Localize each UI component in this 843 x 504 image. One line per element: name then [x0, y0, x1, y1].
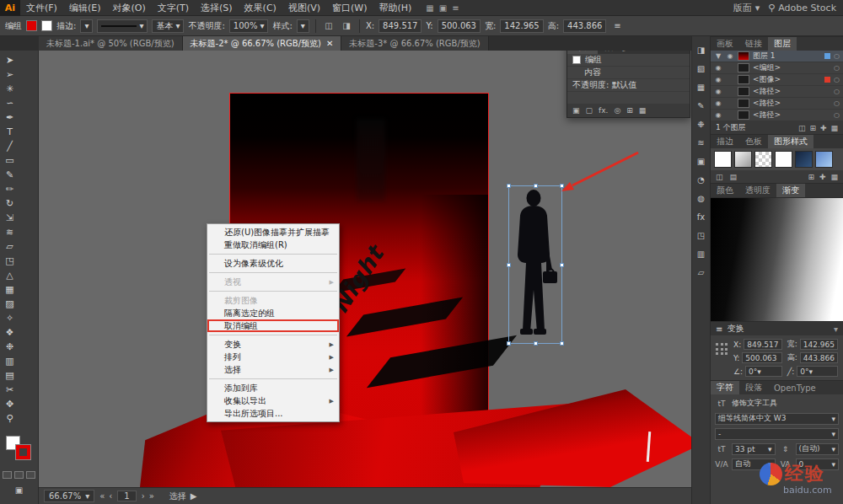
- layer-row[interactable]: ◉ <图像> ○: [711, 74, 843, 86]
- tab-graphic-styles[interactable]: 图形样式: [768, 135, 813, 148]
- eyedropper-tool[interactable]: ✧: [0, 311, 19, 325]
- stroke-panel-icon[interactable]: ≋: [694, 137, 709, 149]
- layer-row[interactable]: ◉ <编组> ○: [711, 62, 843, 74]
- context-menu-item-undo[interactable]: 还原(U)图像描摹并扩展描摹: [207, 226, 339, 239]
- column-graph-tool[interactable]: ▥: [0, 354, 19, 368]
- x-input[interactable]: 849.517: [379, 19, 422, 33]
- context-menu-item-select[interactable]: 选择▶: [207, 363, 339, 376]
- visibility-eye-icon[interactable]: ◉: [714, 76, 722, 83]
- shape-builder-tool[interactable]: ◳: [0, 254, 19, 268]
- transform-y-input[interactable]: 500.063: [742, 352, 781, 363]
- swatches-panel-icon[interactable]: ▦: [694, 81, 709, 94]
- shape-builder-panel-icon[interactable]: ◳: [694, 229, 709, 242]
- menu-window[interactable]: 窗口(W): [326, 0, 373, 15]
- chevron-down-icon[interactable]: ▾: [834, 324, 838, 334]
- target-circle-icon[interactable]: ○: [834, 111, 840, 119]
- perspective-grid-tool[interactable]: △: [0, 268, 19, 282]
- context-menu-item-redo[interactable]: 重做取消编组(R): [207, 239, 339, 251]
- menu-select[interactable]: 选择(S): [195, 0, 239, 15]
- make-mask-icon[interactable]: ◫: [798, 124, 806, 132]
- delete-style-icon[interactable]: ▦: [830, 173, 838, 181]
- menu-effect[interactable]: 效果(C): [239, 0, 282, 15]
- document-layout-icon[interactable]: ▣: [439, 3, 447, 13]
- document-tab-3[interactable]: 未标题-3* @ 66.67% (RGB/预览): [341, 36, 488, 51]
- transform-width-input[interactable]: 142.965: [800, 339, 838, 350]
- expand-icon[interactable]: ▼: [714, 52, 722, 60]
- next-artboard-icon[interactable]: ›: [142, 491, 145, 501]
- selection-handle[interactable]: [507, 184, 511, 188]
- screen-mode-button[interactable]: ▣: [0, 485, 38, 495]
- new-fill-icon[interactable]: ▢: [586, 106, 593, 115]
- zoom-level-dropdown[interactable]: 66.67% ▾: [44, 490, 94, 502]
- context-menu-item-transform[interactable]: 变换▶: [207, 338, 339, 351]
- gradient-preview[interactable]: [711, 197, 843, 322]
- visibility-eye-icon[interactable]: ◉: [714, 88, 722, 95]
- appearance-row-contents[interactable]: 内容: [567, 67, 690, 79]
- appearance-row-group[interactable]: 编组: [567, 54, 690, 67]
- tab-character[interactable]: 字符: [711, 381, 739, 394]
- blend-panel-icon[interactable]: ◍: [694, 192, 709, 205]
- visibility-eye-icon[interactable]: ◉: [714, 111, 722, 119]
- transform-height-input[interactable]: 443.866: [800, 352, 838, 363]
- selection-handle[interactable]: [560, 184, 564, 188]
- selection-handle[interactable]: [560, 341, 564, 346]
- variable-width-dropdown[interactable]: 基本▾: [152, 19, 184, 33]
- graphic-style-swatch[interactable]: [815, 151, 833, 168]
- stroke-color-swatch[interactable]: [41, 20, 52, 31]
- layer-row[interactable]: ◉ <路径> ○: [711, 110, 843, 121]
- style-dropdown[interactable]: ▾: [297, 19, 309, 33]
- gradient-tool[interactable]: ▨: [0, 297, 19, 311]
- selection-handle[interactable]: [507, 341, 511, 346]
- font-size-select[interactable]: 33 pt▾: [732, 443, 776, 455]
- graph-panel-icon[interactable]: ▥: [694, 248, 709, 260]
- menu-type[interactable]: 文字(T): [152, 0, 195, 15]
- distribute-icon[interactable]: ◨: [340, 19, 353, 32]
- color-guide-panel-icon[interactable]: ▧: [694, 62, 709, 75]
- hand-tool[interactable]: ✥: [0, 397, 19, 411]
- context-menu-item-collect-for-export[interactable]: 收集以导出▶: [207, 394, 339, 407]
- close-icon[interactable]: ✕: [326, 39, 333, 48]
- draw-behind-mode[interactable]: [14, 471, 24, 479]
- context-menu-item-add-to-library[interactable]: 添加到库: [207, 382, 339, 394]
- new-sublayer-icon[interactable]: ⊞: [809, 124, 816, 132]
- new-stroke-icon[interactable]: ▣: [572, 106, 580, 115]
- selection-handle[interactable]: [534, 341, 538, 346]
- panel-menu-icon[interactable]: ≡: [610, 19, 624, 32]
- tab-layers[interactable]: 图层: [768, 37, 797, 51]
- graphic-style-swatch[interactable]: [734, 151, 752, 168]
- tab-transparency[interactable]: 透明度: [739, 184, 776, 197]
- transform-panel-icon[interactable]: ▱: [694, 266, 709, 279]
- pen-tool[interactable]: ✒: [0, 110, 19, 125]
- first-artboard-icon[interactable]: «: [99, 491, 105, 501]
- type-tool[interactable]: T: [0, 125, 19, 139]
- height-input[interactable]: 443.866: [563, 19, 606, 33]
- align-icon[interactable]: ◫: [322, 19, 336, 32]
- stock-search[interactable]: ⚲ Adobe Stock: [768, 3, 836, 13]
- rotate-input[interactable]: 0°▾: [745, 366, 782, 377]
- context-menu-item-ungroup[interactable]: 取消编组: [207, 319, 339, 332]
- menu-view[interactable]: 视图(V): [282, 0, 326, 15]
- clear-appearance-icon[interactable]: ◎: [614, 106, 620, 115]
- mesh-tool[interactable]: ▦: [0, 282, 19, 297]
- visibility-eye-icon[interactable]: ◉: [714, 99, 722, 107]
- touch-type-tool-label[interactable]: 修饰文字工具: [732, 398, 777, 409]
- menu-object[interactable]: 对象(O): [106, 0, 151, 15]
- new-layer-icon[interactable]: ✚: [820, 124, 827, 132]
- menu-help[interactable]: 帮助(H): [373, 0, 417, 15]
- context-menu-item-export-selection[interactable]: 导出所选项目...: [207, 407, 339, 420]
- document-tab-1[interactable]: 未标题-1.ai* @ 50% (RGB/预览): [39, 36, 183, 51]
- arrange-documents-icon[interactable]: ▦: [426, 3, 433, 13]
- tab-links[interactable]: 链接: [739, 37, 768, 51]
- layer-row[interactable]: ◉ <路径> ○: [711, 98, 843, 110]
- panel-menu-icon[interactable]: ≡: [716, 324, 722, 334]
- target-circle-icon[interactable]: ○: [834, 52, 840, 60]
- symbol-sprayer-tool[interactable]: ❉: [0, 340, 19, 354]
- context-menu-item-pixel-perfect[interactable]: 设为像素级优化: [207, 257, 339, 270]
- symbols-panel-icon[interactable]: ❉: [694, 118, 709, 131]
- transform-x-input[interactable]: 849.517: [744, 339, 782, 350]
- context-menu-item-arrange[interactable]: 排列▶: [207, 351, 339, 363]
- delete-item-icon[interactable]: ▦: [639, 106, 647, 115]
- draw-normal-mode[interactable]: [3, 471, 12, 479]
- context-menu-item-isolate-group[interactable]: 隔离选定的组: [207, 307, 339, 319]
- tab-color[interactable]: 颜色: [711, 184, 739, 197]
